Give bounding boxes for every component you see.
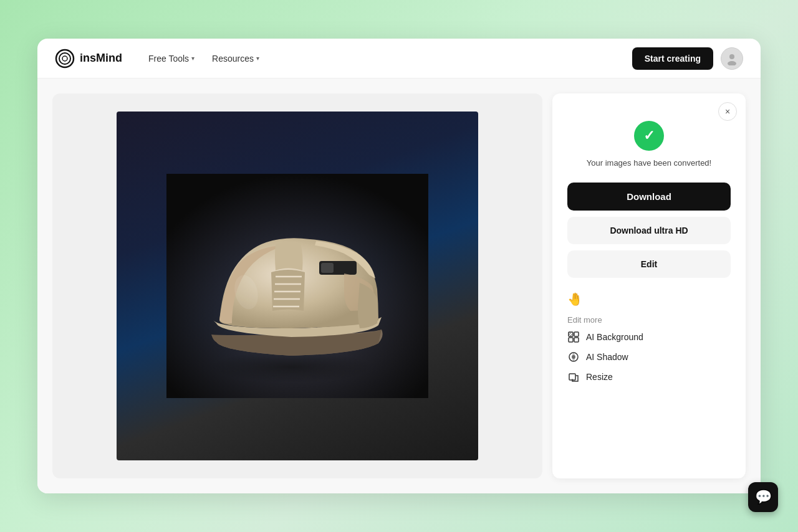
start-creating-button[interactable]: Start creating — [632, 47, 713, 70]
ai-shadow-icon — [567, 351, 580, 363]
svg-rect-18 — [574, 338, 579, 342]
svg-point-3 — [729, 54, 734, 59]
chat-button[interactable]: 💬 — [748, 482, 778, 512]
action-buttons: Download Download ultra HD Edit — [567, 183, 731, 278]
edit-more-section: Edit more — [567, 315, 731, 383]
close-button[interactable]: × — [718, 102, 737, 121]
hand-icon: 🤚 — [567, 292, 583, 306]
success-area: ✓ Your images have been converted! — [567, 121, 731, 168]
download-hd-button[interactable]: Download ultra HD — [567, 217, 731, 244]
edit-more-label: Edit more — [567, 315, 731, 325]
svg-point-4 — [728, 61, 736, 65]
success-icon: ✓ — [634, 121, 664, 151]
svg-rect-17 — [569, 338, 573, 342]
logo-text: insMind — [80, 52, 122, 65]
shoe-illustration — [166, 174, 428, 398]
chevron-down-icon: ▾ — [191, 55, 195, 62]
avatar[interactable] — [721, 47, 743, 70]
svg-point-6 — [210, 351, 372, 382]
svg-point-1 — [59, 53, 70, 64]
edit-more-ai-background[interactable]: AI Background — [567, 331, 731, 343]
logo-icon — [55, 49, 75, 69]
ai-shadow-label: AI Shadow — [586, 352, 628, 362]
edit-more-ai-shadow[interactable]: AI Shadow — [567, 351, 731, 363]
download-button[interactable]: Download — [567, 183, 731, 211]
nav-free-tools[interactable]: Free Tools ▾ — [142, 50, 201, 67]
navbar-right: Start creating — [632, 47, 743, 70]
edit-more-resize[interactable]: Resize — [567, 371, 731, 383]
app-container: insMind Free Tools ▾ Resources ▾ Start c… — [37, 39, 761, 493]
chat-icon: 💬 — [755, 489, 772, 505]
navbar: insMind Free Tools ▾ Resources ▾ Start c… — [37, 39, 761, 78]
chevron-down-icon: ▾ — [256, 55, 259, 62]
ai-background-label: AI Background — [586, 332, 643, 342]
svg-rect-13 — [321, 263, 334, 273]
shoe-product-image — [117, 112, 478, 460]
edit-button[interactable]: Edit — [567, 250, 731, 278]
hand-icon-area: 🤚 — [567, 288, 731, 310]
svg-point-23 — [572, 355, 575, 359]
ai-background-icon — [567, 331, 580, 343]
image-panel — [52, 93, 542, 478]
nav-resources[interactable]: Resources ▾ — [206, 50, 266, 67]
success-message: Your images have been converted! — [587, 158, 711, 168]
resize-label: Resize — [586, 372, 613, 382]
edit-more-items: AI Background AI Shadow — [567, 331, 731, 383]
main-content: × ✓ Your images have been converted! Dow… — [37, 78, 761, 493]
svg-rect-16 — [574, 332, 579, 336]
svg-point-2 — [62, 56, 67, 61]
logo: insMind — [55, 49, 122, 69]
right-panel: × ✓ Your images have been converted! Dow… — [552, 93, 746, 478]
resize-icon — [567, 371, 580, 383]
checkmark-icon: ✓ — [643, 128, 655, 144]
nav-links: Free Tools ▾ Resources ▾ — [142, 50, 266, 67]
